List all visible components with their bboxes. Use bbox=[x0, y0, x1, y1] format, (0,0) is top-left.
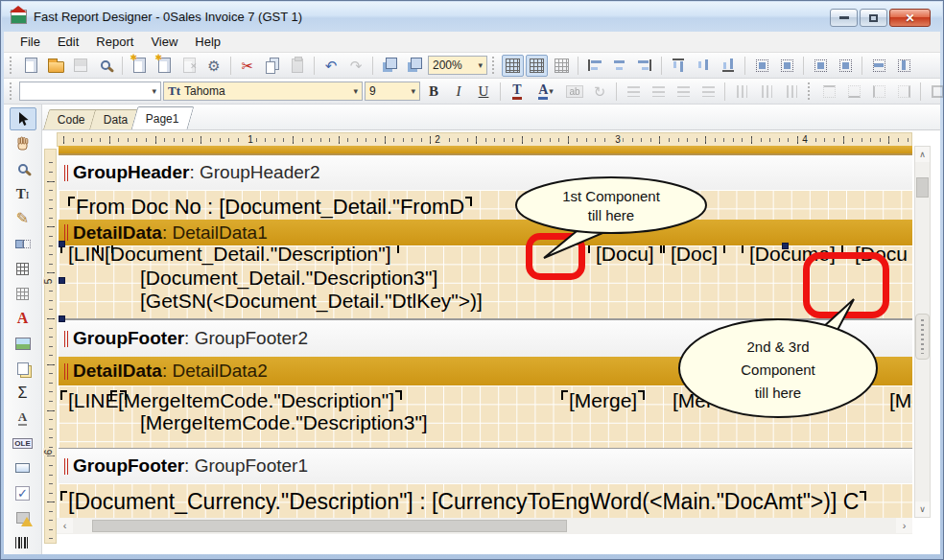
hand-tool[interactable] bbox=[10, 132, 36, 155]
subreport-object-button[interactable] bbox=[10, 357, 36, 380]
zoom-tool[interactable] bbox=[10, 157, 36, 180]
redo-button[interactable]: ↷ bbox=[344, 54, 367, 77]
font-color-button[interactable]: T bbox=[506, 80, 529, 103]
system-text-button[interactable]: Σ bbox=[10, 382, 36, 405]
text-object-button[interactable]: A bbox=[10, 307, 36, 330]
valign-bottom-button[interactable] bbox=[780, 80, 803, 103]
text-align-left-button[interactable] bbox=[622, 80, 645, 103]
scroll-right-button[interactable]: › bbox=[896, 518, 912, 533]
scroll-left-button[interactable]: ‹ bbox=[57, 518, 73, 533]
align-centers-button[interactable] bbox=[608, 54, 631, 77]
bold-button[interactable]: B bbox=[422, 80, 445, 103]
preview-button[interactable] bbox=[94, 54, 117, 77]
report-canvas[interactable]: GroupHeader: GroupHeader2 From Doc No : … bbox=[59, 146, 912, 518]
report-object[interactable]: [MergeItemCode."Description3"] bbox=[140, 411, 428, 433]
same-width-button[interactable] bbox=[867, 54, 890, 77]
report-object[interactable]: [Docu] bbox=[596, 245, 654, 265]
select-tool[interactable] bbox=[10, 107, 36, 130]
ole-object-button[interactable]: OLE bbox=[10, 432, 36, 455]
zoom-combo[interactable]: 200% ▾ bbox=[428, 56, 487, 75]
report-object[interactable]: [Document_Currency."Description"] : [Cur… bbox=[68, 490, 859, 514]
band-grip[interactable] bbox=[64, 363, 69, 380]
band-groupheader2[interactable]: GroupHeader: GroupHeader2 bbox=[59, 155, 912, 190]
bring-to-front-button[interactable] bbox=[378, 54, 401, 77]
align-middles-button[interactable] bbox=[692, 54, 715, 77]
tab-page1[interactable]: Page1 bbox=[131, 106, 195, 129]
page-settings-button[interactable]: ⚙ bbox=[202, 54, 225, 77]
send-to-back-button[interactable] bbox=[403, 54, 426, 77]
selection-handle[interactable] bbox=[59, 277, 65, 284]
font-combo[interactable]: Tt Tahoma ▾ bbox=[163, 82, 363, 101]
new-dialog-button[interactable] bbox=[153, 54, 176, 77]
picture-object-button[interactable] bbox=[10, 332, 36, 355]
rich-text-button[interactable]: A bbox=[10, 407, 36, 430]
insert-band-button[interactable] bbox=[10, 232, 36, 255]
report-object[interactable]: [Merge] bbox=[569, 389, 637, 411]
cut-button[interactable]: ✂ bbox=[236, 54, 259, 77]
same-height-button[interactable] bbox=[892, 54, 915, 77]
checkbox-object-button[interactable]: ✓ bbox=[10, 481, 36, 504]
report-object[interactable]: [Document_Detail."Description"] bbox=[105, 245, 391, 265]
text-edit-tool[interactable]: TI bbox=[10, 182, 36, 205]
barcode-object-button[interactable] bbox=[10, 531, 36, 554]
maximize-button[interactable] bbox=[860, 9, 887, 27]
band-detaildata2[interactable]: DetailData: DetailData2 bbox=[59, 357, 912, 385]
minimize-button[interactable] bbox=[830, 9, 858, 27]
delete-page-button[interactable] bbox=[177, 54, 201, 77]
condition-button[interactable]: ab bbox=[563, 80, 586, 103]
band-grip[interactable] bbox=[64, 165, 69, 181]
format-painter-tool[interactable]: ✎ bbox=[10, 207, 36, 230]
frame-top-button[interactable] bbox=[817, 80, 840, 103]
scroll-up-button[interactable]: ∧ bbox=[915, 147, 930, 162]
menu-file[interactable]: File bbox=[12, 33, 49, 52]
band-groupfooter2[interactable]: GroupFooter: GroupFooter2 bbox=[59, 320, 912, 357]
menu-help[interactable]: Help bbox=[186, 33, 229, 52]
space-horizontally-button[interactable] bbox=[750, 54, 773, 77]
valign-top-button[interactable] bbox=[730, 80, 753, 103]
report-object[interactable]: [Mer bbox=[673, 389, 713, 411]
toolbar-grip[interactable] bbox=[10, 57, 14, 74]
selection-handle[interactable] bbox=[782, 243, 789, 249]
align-rights-button[interactable] bbox=[633, 54, 656, 77]
insert-table-button[interactable] bbox=[10, 257, 36, 280]
frame-left-button[interactable] bbox=[867, 80, 890, 103]
text-align-right-button[interactable] bbox=[672, 80, 695, 103]
italic-button[interactable]: I bbox=[447, 80, 470, 103]
underline-button[interactable]: U bbox=[472, 80, 495, 103]
valign-middle-button[interactable] bbox=[755, 80, 778, 103]
menu-edit[interactable]: Edit bbox=[49, 33, 87, 52]
report-object[interactable]: [Document_Detail."Description3"] bbox=[140, 267, 437, 289]
text-align-center-button[interactable] bbox=[647, 80, 670, 103]
selection-handle[interactable] bbox=[59, 241, 65, 247]
band-grip[interactable] bbox=[64, 331, 69, 347]
panel-splitter-grip[interactable] bbox=[915, 314, 930, 360]
center-horizontally-button[interactable] bbox=[809, 54, 832, 77]
menu-view[interactable]: View bbox=[142, 33, 186, 52]
save-report-button[interactable] bbox=[69, 54, 92, 77]
horizontal-scrollbar[interactable]: ‹ › bbox=[57, 518, 912, 534]
open-report-button[interactable] bbox=[44, 54, 67, 77]
selection-handle[interactable] bbox=[59, 315, 65, 322]
style-combo[interactable]: ▾ bbox=[19, 82, 161, 101]
space-vertically-button[interactable] bbox=[775, 54, 798, 77]
close-button[interactable]: ✕ bbox=[889, 9, 931, 27]
drawing-object-button[interactable] bbox=[10, 506, 36, 529]
copy-button[interactable] bbox=[261, 54, 284, 77]
report-object[interactable]: [Doc] bbox=[671, 245, 718, 265]
vertical-scroll-thumb[interactable] bbox=[916, 177, 929, 198]
band-detaildata1[interactable]: DetailData: DetailData1 bbox=[59, 220, 912, 245]
toolbar-grip[interactable] bbox=[492, 57, 497, 74]
title-bar[interactable]: Fast Report Designer - 0Sales Invoice 7 … bbox=[2, 2, 942, 32]
undo-button[interactable]: ↶ bbox=[319, 54, 342, 77]
frame-all-button[interactable] bbox=[926, 80, 944, 103]
align-tops-button[interactable] bbox=[667, 54, 690, 77]
scroll-down-button[interactable]: ∨ bbox=[915, 502, 930, 517]
align-lefts-button[interactable] bbox=[583, 54, 606, 77]
font-size-combo[interactable]: 9 ▾ bbox=[365, 82, 420, 101]
frame-bottom-button[interactable] bbox=[842, 80, 865, 103]
insert-db-field-button[interactable] bbox=[10, 282, 36, 305]
center-vertically-button[interactable] bbox=[834, 54, 857, 77]
report-object[interactable]: From Doc No : [Document_Detail."FromD bbox=[76, 196, 464, 219]
report-object[interactable]: [GetSN(<Document_Detail."DtlKey">)] bbox=[140, 290, 483, 312]
toolbar-grip[interactable] bbox=[10, 82, 14, 100]
